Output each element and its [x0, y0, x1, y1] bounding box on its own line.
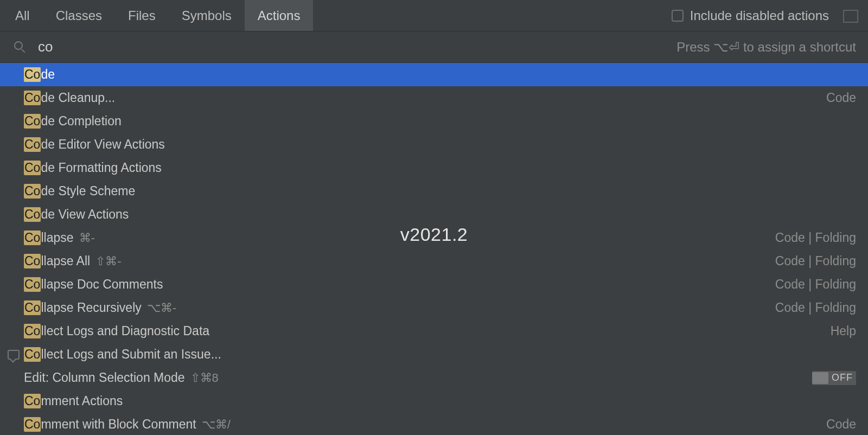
result-row[interactable]: Comment Actions [0, 389, 868, 413]
result-row[interactable]: Comment with Block Comment⌥⌘/Code [0, 413, 868, 435]
result-row[interactable]: Collect Logs and Submit an Issue... [0, 343, 868, 366]
match-highlight: Co [24, 114, 41, 129]
result-label: llapse Doc Comments [41, 277, 163, 292]
result-category: Code | Folding [775, 300, 856, 315]
result-label: llect Logs and Submit an Issue... [41, 347, 221, 362]
match-highlight: Co [24, 417, 41, 432]
result-label: mment Actions [41, 394, 123, 408]
tabs-bar: All Classes Files Symbols Actions Includ… [0, 0, 868, 31]
tab-classes[interactable]: Classes [43, 0, 115, 31]
result-row[interactable]: Collapse Doc CommentsCode | Folding [0, 273, 868, 296]
result-label: de Style Scheme [41, 184, 135, 199]
result-row[interactable]: Code Editor View Actions [0, 133, 868, 156]
result-label: llapse All [41, 254, 90, 268]
toggle-label: OFF [832, 372, 853, 383]
match-highlight: Co [24, 161, 41, 175]
result-label: llapse Recursively [41, 300, 141, 315]
result-label: mment with Block Comment [41, 417, 196, 432]
result-row[interactable]: Collapse⌘-Code | Folding [0, 226, 868, 250]
result-row[interactable]: Collapse Recursively⌥⌘-Code | Folding [0, 296, 868, 319]
result-row[interactable]: Collapse All⇧⌘-Code | Folding [0, 250, 868, 273]
result-label: de Completion [41, 114, 121, 129]
result-row[interactable]: Edit: Column Selection Mode⇧⌘8OFF [0, 366, 868, 389]
toggle-switch[interactable]: OFF [812, 371, 856, 385]
result-category: Code | Folding [775, 254, 856, 268]
result-category: Code | Folding [775, 277, 856, 292]
tab-files[interactable]: Files [115, 0, 169, 31]
match-highlight: Co [24, 394, 41, 408]
match-highlight: Co [24, 324, 41, 338]
match-highlight: Co [24, 277, 41, 292]
match-highlight: Co [24, 207, 41, 222]
tab-symbols[interactable]: Symbols [169, 0, 245, 31]
match-highlight: Co [24, 254, 41, 268]
shortcut-label: ⌥⌘/ [202, 418, 231, 432]
results-list: CodeCode Cleanup...CodeCode CompletionCo… [0, 63, 868, 435]
match-highlight: Co [24, 91, 41, 105]
shortcut-label: ⌘- [79, 231, 95, 245]
result-row[interactable]: Code View Actions [0, 203, 868, 226]
match-highlight: Co [24, 231, 41, 245]
search-row: Press ⌥⏎ to assign a shortcut [0, 31, 868, 63]
search-icon [14, 41, 26, 53]
include-disabled-label: Include disabled actions [690, 8, 829, 23]
speech-icon [5, 350, 22, 360]
result-label: llapse [41, 231, 73, 245]
result-label: llect Logs and Diagnostic Data [41, 324, 209, 338]
match-highlight: Co [24, 300, 41, 315]
result-category: Help [831, 324, 856, 338]
result-label: de Formatting Actions [41, 161, 161, 175]
result-row[interactable]: Code Formatting Actions [0, 156, 868, 180]
search-input[interactable] [38, 39, 214, 55]
result-label: de [41, 67, 55, 82]
result-category: Code | Folding [775, 231, 856, 245]
result-label: Edit: Column Selection Mode [24, 370, 185, 385]
result-label: de View Actions [41, 207, 129, 222]
assign-shortcut-hint: Press ⌥⏎ to assign a shortcut [676, 40, 856, 55]
result-label: de Editor View Actions [41, 137, 164, 152]
include-disabled-wrap[interactable]: Include disabled actions [672, 0, 868, 31]
result-category: Code [826, 417, 856, 432]
result-row[interactable]: Code [0, 63, 868, 86]
result-row[interactable]: Code Completion [0, 110, 868, 133]
shortcut-label: ⇧⌘- [95, 254, 121, 268]
result-row[interactable]: Collect Logs and Diagnostic DataHelp [0, 319, 868, 343]
include-disabled-checkbox[interactable] [672, 10, 684, 22]
result-label: de Cleanup... [41, 91, 115, 105]
result-row[interactable]: Code Cleanup...Code [0, 86, 868, 110]
tab-all[interactable]: All [2, 0, 43, 31]
match-highlight: Co [24, 347, 41, 362]
match-highlight: Co [24, 137, 41, 152]
result-row[interactable]: Code Style Scheme [0, 180, 868, 203]
result-category: Code [826, 91, 856, 105]
shortcut-label: ⇧⌘8 [190, 371, 219, 385]
tab-actions[interactable]: Actions [245, 0, 314, 31]
match-highlight: Co [24, 184, 41, 199]
shortcut-label: ⌥⌘- [147, 301, 176, 315]
pin-window-icon[interactable] [843, 10, 858, 22]
match-highlight: Co [24, 67, 41, 82]
